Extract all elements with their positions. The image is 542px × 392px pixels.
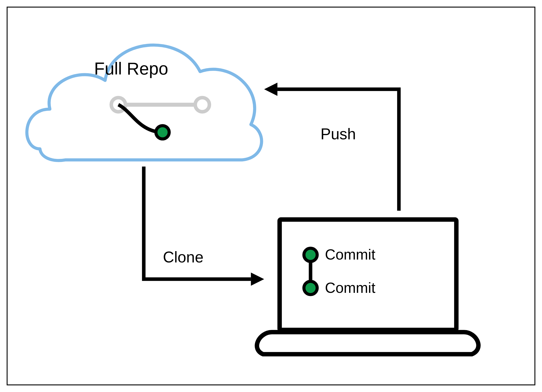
repo-graph xyxy=(111,98,209,139)
push-arrow xyxy=(264,82,399,210)
clone-arrow xyxy=(144,166,264,286)
diagram-svg xyxy=(8,8,534,384)
diagram-frame: Full Repo Clone Push Commit Commit xyxy=(7,7,535,385)
commit-dot xyxy=(304,281,317,295)
svg-rect-6 xyxy=(280,220,456,330)
svg-marker-4 xyxy=(251,272,264,286)
cloud-title: Full Repo xyxy=(94,59,168,79)
clone-label: Clone xyxy=(163,248,204,266)
svg-point-2 xyxy=(195,98,210,112)
svg-marker-5 xyxy=(264,82,277,96)
commit-label-1: Commit xyxy=(325,246,375,263)
commit-label-2: Commit xyxy=(325,279,375,296)
diagram-canvas: Full Repo Clone Push Commit Commit xyxy=(0,0,542,392)
commit-dot xyxy=(304,248,317,262)
push-label: Push xyxy=(320,125,356,143)
svg-point-3 xyxy=(156,126,169,139)
